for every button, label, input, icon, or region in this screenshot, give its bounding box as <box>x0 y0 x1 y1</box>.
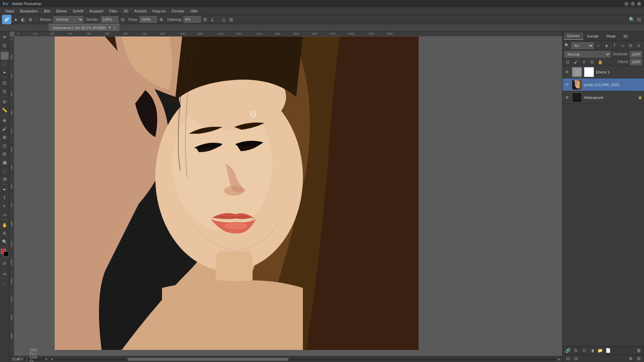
move-tool[interactable]: ✛ <box>1 33 9 41</box>
status-arrow-left[interactable]: ◄ <box>44 357 48 361</box>
add-group-btn[interactable]: 📁 <box>597 347 603 354</box>
brush-flow-icon[interactable]: ⊕ <box>28 16 34 22</box>
delete-layer-btn[interactable]: 🗑 <box>635 347 642 354</box>
workspace-icon[interactable]: ⊟ <box>636 16 642 22</box>
lock-pixels-btn[interactable]: 🖌 <box>573 59 579 65</box>
hscroll-thumb[interactable] <box>127 358 288 361</box>
opacity-input[interactable] <box>630 51 642 58</box>
link-layers-btn[interactable]: 🔗 <box>565 347 571 354</box>
quick-mask-tool[interactable]: ⊙ <box>1 259 9 267</box>
menu-datei[interactable]: Datei <box>3 8 17 14</box>
panel-icon-4[interactable]: ⊞ <box>635 355 642 362</box>
ruler-tool[interactable]: 📏 <box>1 106 9 114</box>
tab-ebenen[interactable]: Ebenen <box>564 33 583 40</box>
history-tool[interactable]: ◷ <box>1 141 9 149</box>
rotate-tool[interactable]: ↻ <box>1 229 9 237</box>
search-icon[interactable]: 🔍 <box>629 16 635 22</box>
panel-icon-1[interactable]: ⊡ <box>565 355 571 362</box>
spot-heal-tool[interactable]: ⊕ <box>1 116 9 124</box>
extra-icon[interactable]: ⊞ <box>228 16 234 22</box>
background-color[interactable] <box>3 251 9 257</box>
filter-adjust-btn[interactable]: ◈ <box>603 42 610 49</box>
lock-all-btn[interactable]: 🔒 <box>597 59 603 65</box>
add-style-btn[interactable]: fx <box>573 347 579 354</box>
smoothing-input[interactable] <box>183 16 201 23</box>
eraser-tool[interactable]: ⊟ <box>1 150 9 158</box>
angle-icon[interactable]: ∠ <box>210 16 216 22</box>
blur-tool[interactable]: ◌ <box>1 167 9 175</box>
layer-row-ebene1[interactable]: 👁 Ebene 1 <box>562 66 644 78</box>
menu-3d[interactable]: 3D <box>121 8 131 14</box>
filter-text-btn[interactable]: T <box>611 42 618 49</box>
horizontal-scrollbar[interactable]: ◄ ► <box>14 356 562 362</box>
layer-row-hintergrund[interactable]: 👁 Hintergrund 🔒 <box>562 91 644 104</box>
flux-toggle-icon[interactable]: ⊗ <box>158 16 164 22</box>
menu-ansicht[interactable]: Ansicht <box>131 8 149 14</box>
filter-shape-btn[interactable]: ▭ <box>619 42 626 49</box>
lock-artboard-btn[interactable]: ⊡ <box>589 59 595 65</box>
brush-opacity-icon[interactable]: ◐ <box>20 16 26 22</box>
screen-mode-tool[interactable]: ▭ <box>1 269 9 278</box>
menu-bild[interactable]: Bild <box>41 8 53 14</box>
blend-mode-select[interactable]: Normal <box>565 51 611 58</box>
layer-row-photo[interactable]: 👁 pretty-2111499_1920 <box>562 78 644 91</box>
lock-transparent-btn[interactable]: ⊡ <box>565 59 571 65</box>
menu-fenster[interactable]: Fenster <box>169 8 187 14</box>
menu-plugins[interactable]: Plug-ins <box>150 8 168 14</box>
lock-position-btn[interactable]: ✛ <box>581 59 587 65</box>
filter-toggle[interactable]: ⊙ <box>635 42 642 49</box>
panel-icon-3[interactable]: ⊕ <box>627 355 634 362</box>
menu-ebene[interactable]: Ebene <box>53 8 69 14</box>
more-tools[interactable]: ··· <box>1 280 9 288</box>
menu-filter[interactable]: Filter <box>107 8 120 14</box>
maximize-button[interactable]: □ <box>631 2 635 6</box>
gradient-tool[interactable]: ▦ <box>1 158 9 166</box>
menu-hilfe[interactable]: Hilfe <box>187 8 200 14</box>
close-button[interactable]: ✕ <box>637 2 641 6</box>
filter-smart-btn[interactable]: ⊟ <box>627 42 634 49</box>
filter-pixel-btn[interactable]: ▪ <box>595 42 602 49</box>
zoom-tool[interactable]: 🔍 <box>1 238 9 246</box>
layer-eye-ebene1[interactable]: 👁 <box>565 69 570 75</box>
brush-size-icon[interactable]: ● <box>13 16 19 22</box>
pen-tool[interactable]: ✒ <box>1 185 9 193</box>
tab-close-button[interactable]: ✕ <box>113 26 116 29</box>
crop-tool[interactable]: ⊡ <box>1 79 9 87</box>
add-adjustment-btn[interactable]: ◑ <box>589 347 595 354</box>
text-tool[interactable]: T <box>1 194 9 202</box>
menu-auswahl[interactable]: Auswahl <box>87 8 106 14</box>
stamp-tool[interactable]: ⊞ <box>1 133 9 141</box>
panel-icon-2[interactable]: ⊟ <box>573 355 579 362</box>
arrow-tool[interactable]: ↖ <box>1 202 9 210</box>
hand-tool[interactable]: ✋ <box>1 221 9 229</box>
shape-tool[interactable]: ▭ <box>1 210 9 219</box>
eyedropper-tool[interactable]: ⊘ <box>1 98 9 106</box>
lasso-tool[interactable]: 〇 <box>1 60 9 68</box>
menu-bearbeiten[interactable]: Bearbeiten <box>17 8 41 14</box>
filter-type-select[interactable]: Art <box>571 42 594 49</box>
airbrush-icon[interactable]: ⊘ <box>120 16 126 22</box>
deck-input[interactable] <box>101 16 118 23</box>
tab-3d[interactable]: 3D <box>620 33 631 40</box>
new-layer-btn[interactable]: 📄 <box>605 347 611 354</box>
selection-tool[interactable]: ⬚ <box>1 52 9 60</box>
brush-tool[interactable]: 🖌 <box>1 125 9 133</box>
dodge-tool[interactable]: ◔ <box>1 175 9 183</box>
flache-input[interactable] <box>630 59 642 65</box>
add-mask-btn[interactable]: ⊙ <box>581 347 587 354</box>
smoothing-settings-icon[interactable]: ⚙ <box>202 16 208 22</box>
tool-preset-icon[interactable]: 🖌 <box>2 15 11 24</box>
symmetry-icon[interactable]: ⧋ <box>221 16 227 22</box>
layer-eye-photo[interactable]: 👁 <box>565 82 570 87</box>
status-arrow-right[interactable]: ► <box>50 357 54 361</box>
tab-kanale[interactable]: Kanäle <box>584 33 602 40</box>
tab-pfade[interactable]: Pfade <box>603 33 619 40</box>
menu-schrift[interactable]: Schrift <box>70 8 86 14</box>
layer-eye-hintergrund[interactable]: 👁 <box>565 95 570 100</box>
flux-input[interactable] <box>140 16 157 23</box>
perspective-tool[interactable]: ⊡ <box>1 87 9 95</box>
artboard-tool[interactable]: ⊡ <box>1 41 9 49</box>
document-tab[interactable]: Unbenannt-1 bei 30,1% (RGB/8) ✦ ✕ <box>49 24 120 31</box>
mode-select[interactable]: Normal <box>53 16 84 23</box>
wand-tool[interactable]: ✦ <box>1 68 9 76</box>
